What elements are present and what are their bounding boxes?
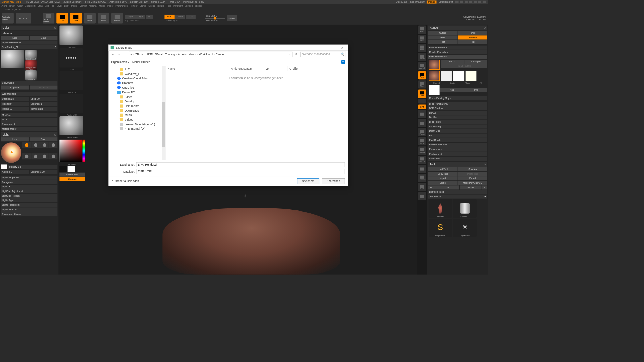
material-load-button[interactable]: Load [1, 36, 29, 40]
adjustments-header[interactable]: Adjustments [428, 157, 487, 161]
tool-thumb-tentakel[interactable]: Tentakel [429, 199, 452, 218]
menu-draw[interactable]: Draw [37, 5, 43, 7]
bpr-shadow-header[interactable]: BPR Shadow [428, 106, 487, 110]
strength-slider[interactable]: Strength 25 [1, 97, 29, 101]
menu-stroke[interactable]: Stroke [148, 5, 155, 7]
hide-folders-button[interactable]: ⌃Ordner ausblenden [112, 180, 139, 183]
load-tool-button[interactable]: Load Tool [428, 167, 457, 171]
menu-zscript[interactable]: Zscript [195, 5, 201, 7]
light-slot-3[interactable] [40, 142, 49, 148]
menu-picker[interactable]: Picker [107, 5, 113, 7]
light-load-button[interactable]: Load [1, 137, 29, 141]
tool-thumb-polymesh[interactable]: ✷PolyMesh3D [453, 219, 477, 237]
menu-document[interactable]: Document [25, 5, 35, 7]
alpha-thumb[interactable] [59, 71, 83, 90]
antialiasing-header[interactable]: Antialiasing [428, 124, 487, 128]
environment-header-r[interactable]: Environment [428, 152, 487, 156]
tree-item[interactable]: Bilder [109, 95, 165, 99]
paste-tool-button[interactable]: Paste Tool [458, 172, 487, 176]
col-type[interactable]: Typ [262, 66, 287, 71]
focal-shift-slider[interactable] [205, 18, 225, 19]
menu-material[interactable]: Material [89, 5, 97, 7]
window-icon-6[interactable] [478, 0, 482, 3]
menu-preferences[interactable]: Preferences [115, 5, 128, 7]
tool-panel-header[interactable]: Tool⊙ [428, 162, 487, 167]
alternate-button[interactable]: Alternate [59, 177, 85, 181]
window-icon-4[interactable] [469, 0, 473, 3]
preview-button[interactable]: Preview [458, 35, 487, 39]
stroke-thumb[interactable] [59, 48, 83, 68]
environment-header[interactable]: Environment [1, 122, 57, 126]
tree-item[interactable]: Dieser PC [109, 90, 165, 95]
current-tool[interactable]: Tentakel_48R [428, 195, 487, 199]
material-thumb[interactable] [59, 116, 83, 135]
light-direction-wheel[interactable] [1, 142, 21, 163]
new-folder-button[interactable]: Neuer Ordner [132, 60, 150, 63]
menu-render[interactable]: Render [130, 5, 137, 7]
tree-item[interactable]: Desktop [109, 99, 165, 104]
l-sym-icon[interactable] [418, 99, 426, 104]
best-button[interactable]: Best [428, 35, 457, 39]
temperature-slider[interactable]: Temperature [30, 107, 57, 111]
light-slot-6[interactable] [31, 153, 40, 159]
fresnel-slider[interactable]: Fresnel 0 [1, 102, 29, 106]
background-header[interactable]: Background [1, 180, 57, 184]
material-thumb-chrome[interactable]: Chrome_A [25, 70, 37, 80]
hue-strip[interactable] [83, 140, 85, 162]
scale-button[interactable]: Scale [98, 13, 109, 24]
xyz-icon[interactable]: XYZ [418, 105, 426, 109]
current-material[interactable]: SkinShade4_71R [1, 45, 57, 49]
bpr-ao-header[interactable]: Bpr Ao [428, 111, 487, 115]
bpr-filters-header[interactable]: BPR Filters [428, 120, 487, 124]
tool-thumb-simplebrush[interactable]: SSimpleBrush [429, 219, 452, 237]
flat-button[interactable]: Flat [458, 40, 487, 44]
lights-properties-header[interactable]: Lights Properties [1, 176, 57, 180]
radius-slider[interactable]: Radius 20 [1, 107, 29, 111]
ssharp-slider[interactable]: SSharp 0 [464, 60, 487, 64]
persp-icon[interactable]: Persp [418, 71, 426, 79]
move-icon[interactable]: Move [418, 137, 426, 145]
external-renderer-header[interactable]: External Renderer [428, 46, 487, 50]
strip-icon-a[interactable] [418, 110, 426, 118]
goz-all-button[interactable]: All [437, 185, 459, 189]
sss-thumb[interactable] [429, 85, 440, 95]
tree-item[interactable]: Workflow_I [109, 72, 165, 76]
window-icon-1[interactable] [455, 0, 459, 3]
switchcolor-button[interactable]: SwitchColor [59, 173, 85, 177]
lightcap-adjustment-header[interactable]: LightCap Adjustment [1, 189, 57, 193]
tree-item[interactable]: Musik [109, 113, 165, 118]
scroll-icon[interactable]: Scroll [418, 35, 426, 43]
export-button[interactable]: Export [458, 176, 487, 180]
collapse-icon[interactable]: ⊙ [54, 26, 56, 29]
frame-icon[interactable]: Frame [418, 128, 426, 136]
view-mode-button[interactable] [330, 60, 335, 64]
folder-tree[interactable]: ALTWorkflow_ICreative Cloud FilesDropbox… [109, 66, 166, 160]
ao-thumb[interactable] [465, 71, 476, 81]
mask-thumb[interactable] [453, 71, 464, 81]
material-panel-header[interactable]: Material [1, 31, 57, 36]
menu-zplugin[interactable]: Zplugin [185, 5, 193, 7]
rotate-button[interactable]: Rotate [111, 13, 123, 24]
menu-light[interactable]: Light [64, 5, 69, 7]
menu-layer[interactable]: Layer [56, 5, 62, 7]
render-panel-header[interactable]: Render⊙ [428, 26, 487, 31]
pastemat-button[interactable]: PasteMat [30, 85, 57, 89]
window-icon-5[interactable] [473, 0, 477, 3]
rgb-button[interactable]: Rgb [136, 15, 145, 19]
exponent-slider[interactable]: Exponent 1 [30, 102, 57, 106]
refresh-button[interactable]: ⟳ [294, 52, 299, 57]
light-intensity-slider[interactable]: Intensity 0.8 [8, 165, 58, 169]
menu-color[interactable]: Color [17, 5, 23, 7]
bpr-renderpass-header[interactable]: BPR RenderPass [428, 55, 487, 59]
goz-visible-button[interactable]: Visible [460, 185, 481, 189]
z-intensity-label[interactable]: Z Intensity 25 [164, 19, 196, 22]
zadd-button[interactable]: Zadd [164, 15, 175, 19]
rotate-icon[interactable]: Rotate [418, 146, 426, 155]
tree-item[interactable]: Dokumente [109, 104, 165, 108]
spec-slider[interactable]: Spec 1.0 [30, 97, 57, 101]
collapse-icon[interactable]: ⊙ [54, 133, 56, 136]
lightcap-header[interactable]: LightCap [1, 185, 57, 189]
menu-movie[interactable]: Movie [99, 5, 105, 7]
modifiers-header[interactable]: Modifiers [1, 113, 57, 117]
save-as-button[interactable]: Save As [458, 167, 487, 171]
